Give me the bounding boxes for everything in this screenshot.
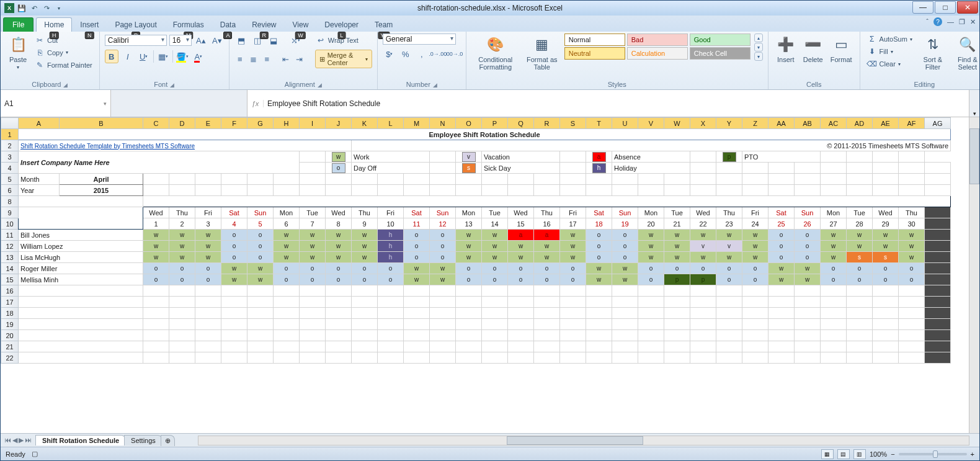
- row-header[interactable]: 2: [1, 140, 19, 151]
- font-size-select[interactable]: 16: [169, 35, 192, 46]
- shift-cell[interactable]: o: [664, 263, 690, 274]
- shift-cell[interactable]: o: [768, 241, 795, 252]
- file-tab[interactable]: File: [3, 17, 33, 32]
- shift-cell[interactable]: w: [169, 230, 195, 241]
- shift-cell[interactable]: w: [690, 230, 716, 241]
- shift-cell[interactable]: w: [612, 263, 638, 274]
- decrease-indent-icon[interactable]: ⇤: [280, 52, 292, 66]
- font-name-select[interactable]: Calibri: [105, 35, 167, 46]
- shift-cell[interactable]: o: [821, 274, 847, 285]
- shift-cell[interactable]: o: [690, 263, 716, 274]
- shift-cell[interactable]: w: [534, 241, 560, 252]
- shift-cell[interactable]: p: [664, 274, 690, 285]
- shift-cell[interactable]: o: [586, 241, 612, 252]
- shift-cell[interactable]: o: [612, 230, 638, 241]
- shift-cell[interactable]: w: [143, 230, 169, 241]
- shift-cell[interactable]: o: [247, 241, 274, 252]
- shift-cell[interactable]: o: [638, 263, 664, 274]
- shift-cell[interactable]: w: [352, 252, 378, 263]
- shift-cell[interactable]: o: [795, 241, 821, 252]
- col-header[interactable]: U: [612, 118, 638, 129]
- col-header[interactable]: M: [404, 118, 430, 129]
- month-value[interactable]: April: [60, 174, 143, 185]
- save-icon[interactable]: 💾: [17, 3, 27, 13]
- sheet-tab-settings[interactable]: Settings: [124, 435, 163, 445]
- col-header[interactable]: L: [378, 118, 404, 129]
- shift-cell[interactable]: o: [143, 263, 169, 274]
- template-link[interactable]: Shift Rotation Schedule Template by Time…: [20, 143, 195, 150]
- shift-cell[interactable]: w: [690, 252, 716, 263]
- shift-cell[interactable]: o: [534, 263, 560, 274]
- shift-cell[interactable]: w: [169, 252, 195, 263]
- col-header[interactable]: W: [664, 118, 690, 129]
- col-header[interactable]: B: [60, 118, 143, 129]
- shift-cell[interactable]: o: [873, 274, 899, 285]
- shift-cell[interactable]: o: [716, 263, 742, 274]
- employee-name[interactable]: Mellisa Minh: [19, 274, 143, 285]
- styles-down-icon[interactable]: ▾: [754, 43, 763, 51]
- row-header[interactable]: 16: [1, 285, 19, 297]
- col-header[interactable]: AD: [847, 118, 873, 129]
- shift-cell[interactable]: o: [326, 274, 352, 285]
- row-header[interactable]: 12: [1, 241, 19, 252]
- qat-dropdown-icon[interactable]: ▾: [54, 3, 64, 13]
- shift-cell[interactable]: o: [221, 252, 247, 263]
- shift-cell[interactable]: o: [534, 274, 560, 285]
- employee-name[interactable]: Lisa McHugh: [19, 252, 143, 263]
- workbook-close-icon[interactable]: ✕: [970, 18, 976, 26]
- shift-cell[interactable]: o: [456, 263, 482, 274]
- shift-cell[interactable]: v: [716, 241, 742, 252]
- close-button[interactable]: ✕: [957, 1, 978, 14]
- shift-cell[interactable]: o: [247, 230, 274, 241]
- shrink-font-icon[interactable]: A▾: [210, 34, 224, 47]
- shift-cell[interactable]: o: [143, 274, 169, 285]
- conditional-formatting-button[interactable]: 🎨Conditional Formatting: [471, 34, 520, 72]
- align-center-icon[interactable]: ≣: [248, 52, 259, 66]
- shift-cell[interactable]: w: [873, 241, 899, 252]
- shift-cell[interactable]: o: [300, 263, 326, 274]
- shift-cell[interactable]: w: [456, 252, 482, 263]
- shift-cell[interactable]: h: [378, 241, 404, 252]
- horizontal-scrollbar[interactable]: [198, 436, 969, 445]
- tab-prev-icon[interactable]: ◀: [12, 436, 17, 444]
- col-header[interactable]: A: [19, 118, 60, 129]
- employee-name[interactable]: Roger Miller: [19, 263, 143, 274]
- workbook-minimize-icon[interactable]: —: [947, 18, 954, 25]
- shift-cell[interactable]: o: [247, 252, 274, 263]
- shift-cell[interactable]: o: [508, 274, 534, 285]
- shift-cell[interactable]: w: [768, 274, 795, 285]
- shift-cell[interactable]: w: [508, 241, 534, 252]
- row-header[interactable]: 4: [1, 163, 19, 174]
- col-header[interactable]: Z: [742, 118, 768, 129]
- ribbon-tab-data[interactable]: DataA: [212, 17, 244, 32]
- paste-button[interactable]: 📋 Paste ▾: [6, 34, 30, 71]
- col-header[interactable]: J: [326, 118, 352, 129]
- shift-cell[interactable]: w: [143, 252, 169, 263]
- shift-cell[interactable]: w: [560, 252, 586, 263]
- row-header[interactable]: 17: [1, 297, 19, 308]
- col-header[interactable]: C: [143, 118, 169, 129]
- shift-cell[interactable]: w: [664, 230, 690, 241]
- shift-cell[interactable]: w: [169, 241, 195, 252]
- shift-cell[interactable]: w: [664, 241, 690, 252]
- shift-cell[interactable]: o: [378, 274, 404, 285]
- row-header[interactable]: 1: [1, 129, 19, 140]
- shift-cell[interactable]: o: [768, 252, 795, 263]
- shift-cell[interactable]: w: [326, 230, 352, 241]
- shift-cell[interactable]: o: [404, 241, 430, 252]
- number-launcher-icon[interactable]: ◢: [433, 82, 437, 88]
- row-header[interactable]: 20: [1, 330, 19, 341]
- font-color-button[interactable]: A▾: [192, 50, 205, 63]
- shift-cell[interactable]: w: [638, 252, 664, 263]
- shift-cell[interactable]: w: [821, 252, 847, 263]
- shift-cell[interactable]: w: [586, 274, 612, 285]
- find-select-button[interactable]: 🔍Find & Select: [951, 34, 980, 72]
- shift-cell[interactable]: w: [716, 252, 742, 263]
- col-header[interactable]: S: [560, 118, 586, 129]
- shift-cell[interactable]: w: [612, 274, 638, 285]
- col-header[interactable]: Q: [508, 118, 534, 129]
- shift-cell[interactable]: w: [716, 230, 742, 241]
- tab-next-icon[interactable]: ▶: [19, 436, 24, 444]
- format-painter-button[interactable]: ✎Format Painter: [33, 60, 94, 71]
- shift-cell[interactable]: o: [195, 263, 221, 274]
